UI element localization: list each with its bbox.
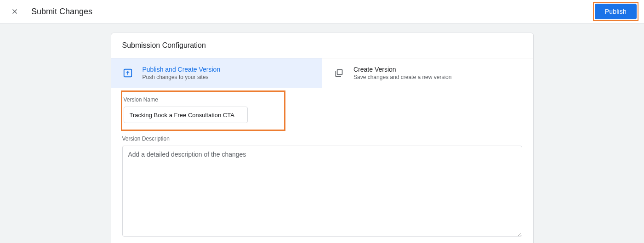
- dialog-header: Submit Changes Publish: [0, 0, 644, 23]
- option-text: Create Version Save changes and create a…: [353, 66, 451, 80]
- version-name-highlight: Version Name: [121, 90, 285, 131]
- close-icon: [11, 7, 19, 16]
- option-title: Create Version: [353, 66, 451, 73]
- submission-options: Publish and Create Version Push changes …: [111, 58, 533, 88]
- form-area: Version Name Version Description: [111, 88, 533, 243]
- body-area: Submission Configuration Publish and Cre…: [0, 23, 644, 243]
- option-publish-and-create[interactable]: Publish and Create Version Push changes …: [111, 58, 323, 88]
- option-text: Publish and Create Version Push changes …: [142, 66, 221, 80]
- copy-stack-icon: [333, 68, 344, 79]
- publish-button[interactable]: Publish: [595, 4, 637, 19]
- version-description-label: Version Description: [122, 136, 522, 142]
- option-subtitle: Push changes to your sites: [142, 74, 221, 80]
- option-subtitle: Save changes and create a new version: [353, 74, 451, 80]
- version-name-input[interactable]: [124, 107, 248, 123]
- submission-card: Submission Configuration Publish and Cre…: [111, 33, 534, 243]
- close-button[interactable]: [9, 6, 20, 17]
- option-create-version[interactable]: Create Version Save changes and create a…: [322, 58, 533, 88]
- page-title: Submit Changes: [31, 7, 92, 17]
- version-description-block: Version Description: [122, 136, 522, 238]
- upload-icon: [122, 68, 133, 79]
- svg-rect-2: [337, 70, 342, 75]
- version-name-label: Version Name: [124, 96, 283, 103]
- option-title: Publish and Create Version: [142, 66, 221, 73]
- publish-highlight: Publish: [593, 2, 638, 21]
- card-heading: Submission Configuration: [111, 33, 533, 58]
- header-left: Submit Changes: [9, 6, 92, 17]
- version-description-input[interactable]: [122, 146, 522, 237]
